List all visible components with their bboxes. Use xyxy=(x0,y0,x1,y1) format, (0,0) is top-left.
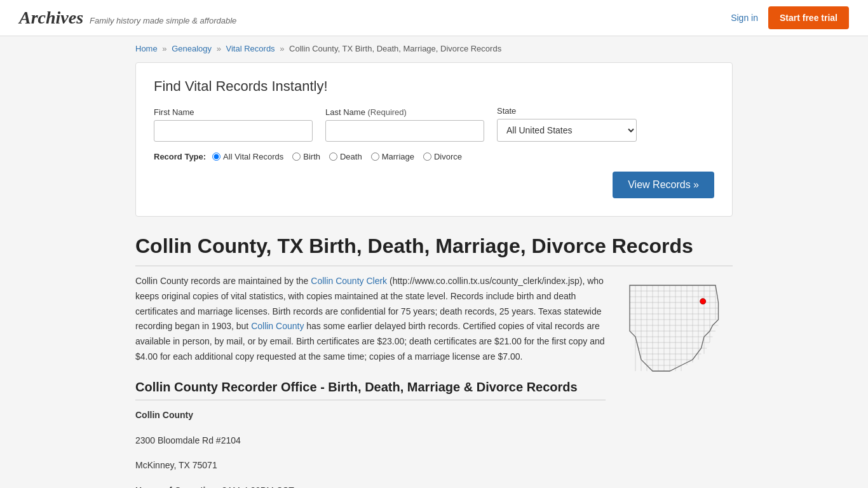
breadcrumb-home[interactable]: Home xyxy=(135,44,158,53)
last-name-label: Last Name (Required) xyxy=(325,107,484,117)
main-content: Home » Genealogy » Vital Records » Colli… xyxy=(123,36,745,488)
collin-county-marker xyxy=(700,299,706,304)
header-left: Archives Family history made simple & af… xyxy=(19,8,236,28)
view-records-row: View Records » xyxy=(154,172,714,198)
site-logo: Archives xyxy=(19,8,83,28)
record-type-row: Record Type: All Vital Records Birth Dea… xyxy=(154,152,714,161)
breadcrumb: Home » Genealogy » Vital Records » Colli… xyxy=(135,44,733,53)
last-name-input[interactable] xyxy=(325,120,484,142)
breadcrumb-vital-records[interactable]: Vital Records xyxy=(226,44,275,53)
office-address2: McKinney, TX 75071 xyxy=(135,458,606,473)
office-address1: 2300 Bloomdale Rd #2104 xyxy=(135,433,606,449)
clerk-link[interactable]: Collin County Clerk xyxy=(311,276,387,286)
section-heading: Collin County Recorder Office - Birth, D… xyxy=(135,380,606,400)
radio-marriage[interactable] xyxy=(371,152,379,161)
record-type-all[interactable]: All Vital Records xyxy=(212,152,283,161)
record-type-label: Record Type: xyxy=(154,152,206,161)
office-hours: Hours of Operation: 8AM-4:30PM CST xyxy=(135,484,606,488)
collin-county-link[interactable]: Collin County xyxy=(251,321,304,331)
radio-all-vital[interactable] xyxy=(212,152,220,161)
body-paragraph: Collin County records are maintained by … xyxy=(135,274,606,365)
office-name-p: Collin County xyxy=(135,408,606,423)
last-name-group: Last Name (Required) xyxy=(325,107,484,142)
view-records-button[interactable]: View Records » xyxy=(613,172,714,198)
first-name-label: First Name xyxy=(154,107,313,117)
texas-map-container xyxy=(618,274,733,488)
header-tagline: Family history made simple & affordable xyxy=(90,16,236,25)
hours-label: Hours of Operation: xyxy=(135,485,219,488)
state-select[interactable]: All United States xyxy=(497,119,637,142)
search-box-title: Find Vital Records Instantly! xyxy=(154,78,714,95)
search-box: Find Vital Records Instantly! First Name… xyxy=(135,62,733,217)
record-type-divorce[interactable]: Divorce xyxy=(423,152,462,161)
content-text: Collin County records are maintained by … xyxy=(135,274,606,488)
content-area: Collin County records are maintained by … xyxy=(135,274,733,488)
record-type-marriage[interactable]: Marriage xyxy=(371,152,414,161)
first-name-group: First Name xyxy=(154,107,313,142)
record-type-birth[interactable]: Birth xyxy=(292,152,320,161)
first-name-input[interactable] xyxy=(154,120,313,142)
breadcrumb-sep1: » xyxy=(162,44,166,53)
breadcrumb-current: Collin County, TX Birth, Death, Marriage… xyxy=(289,44,501,53)
page-title: Collin County, TX Birth, Death, Marriage… xyxy=(135,234,733,266)
header-right: Sign in Start free trial xyxy=(731,6,849,29)
sign-in-link[interactable]: Sign in xyxy=(731,13,758,23)
office-info: Collin County 2300 Bloomdale Rd #2104 Mc… xyxy=(135,408,606,488)
radio-death[interactable] xyxy=(329,152,337,161)
logo-text: Archives xyxy=(19,8,83,27)
search-form-row: First Name Last Name (Required) State Al… xyxy=(154,106,714,142)
office-name: Collin County xyxy=(135,410,193,420)
state-label: State xyxy=(497,106,637,116)
texas-map-svg xyxy=(618,274,733,388)
site-header: Archives Family history made simple & af… xyxy=(0,0,868,36)
breadcrumb-sep3: » xyxy=(280,44,284,53)
radio-divorce[interactable] xyxy=(423,152,431,161)
breadcrumb-genealogy[interactable]: Genealogy xyxy=(172,44,212,53)
record-type-death[interactable]: Death xyxy=(329,152,362,161)
hours-value-text: 8AM-4:30PM CST xyxy=(222,485,294,488)
start-trial-button[interactable]: Start free trial xyxy=(768,6,849,29)
radio-birth[interactable] xyxy=(292,152,301,161)
breadcrumb-sep2: » xyxy=(217,44,221,53)
state-group: State All United States xyxy=(497,106,637,142)
